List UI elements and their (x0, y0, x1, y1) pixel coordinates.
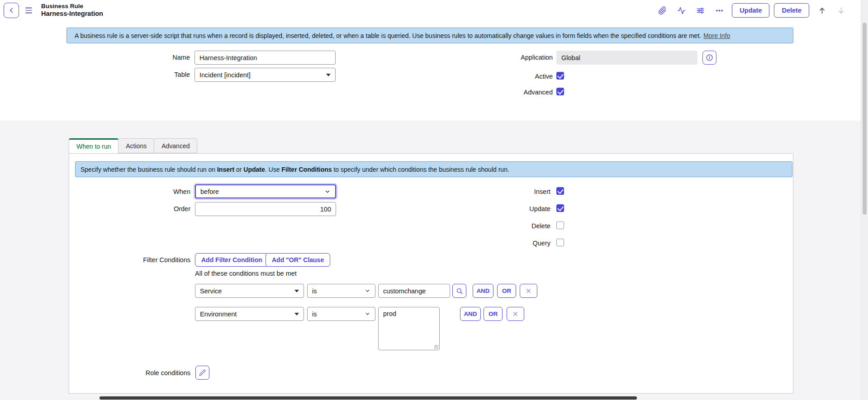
more-info-link[interactable]: More Info (703, 32, 730, 39)
chevron-down-icon (324, 188, 331, 195)
active-label: Active (476, 73, 553, 80)
condition-value-textarea[interactable]: prod (378, 307, 440, 350)
personalize-form-button[interactable] (694, 4, 707, 17)
condition-field-value: Environment (200, 311, 237, 318)
tab-advanced[interactable]: Advanced (154, 138, 197, 153)
update-button[interactable]: Update (732, 3, 769, 18)
condition-value-input[interactable]: customchange (378, 284, 450, 298)
application-label: Application (476, 54, 553, 61)
order-input[interactable]: 100 (195, 202, 336, 216)
application-info-button[interactable] (702, 51, 716, 65)
condition-lookup-button[interactable] (452, 284, 466, 298)
table-select[interactable]: Incident [incident] (194, 68, 336, 82)
when-select[interactable]: before (195, 184, 336, 198)
update-label: Update (408, 205, 550, 212)
pencil-icon (199, 369, 206, 376)
condition-operator-value: is (312, 287, 317, 295)
application-field: Global (556, 51, 697, 65)
more-options-button[interactable] (713, 4, 726, 17)
run-instruction-banner: Specify whether the business rule should… (75, 161, 792, 177)
condition-operator-value: is (312, 311, 317, 318)
condition-field-select[interactable]: Environment (195, 307, 304, 321)
sliders-icon (696, 6, 705, 15)
next-record-button[interactable] (835, 4, 847, 17)
record-titles: Business Rule Harness-Integration (41, 3, 103, 18)
horizontal-scrollbar-thumb[interactable] (100, 396, 637, 400)
chevron-down-icon (365, 311, 370, 317)
chevron-down-icon (365, 288, 370, 294)
query-checkbox[interactable] (556, 239, 564, 246)
query-label: Query (408, 240, 550, 247)
and-button[interactable]: AND (473, 284, 493, 298)
tab-actions[interactable]: Actions (118, 138, 154, 153)
application-value: Global (561, 54, 580, 61)
chevron-left-icon (7, 6, 15, 14)
and-button[interactable]: AND (460, 307, 481, 321)
info-banner: A business rule is a server-side script … (66, 28, 793, 43)
arrow-up-icon (818, 6, 826, 15)
activity-icon (677, 6, 686, 15)
close-icon (512, 311, 518, 317)
page-title: Business Rule (41, 3, 103, 10)
arrow-down-icon (837, 6, 845, 15)
name-label: Name (113, 54, 190, 61)
insert-checkbox[interactable] (556, 187, 564, 195)
info-icon (706, 54, 713, 61)
context-menu-icon[interactable] (25, 7, 32, 14)
condition-value-text: prod (383, 310, 396, 317)
vertical-scrollbar-thumb[interactable] (863, 23, 867, 215)
add-filter-condition-button[interactable]: Add Filter Condition (195, 253, 269, 267)
advanced-checkbox[interactable] (556, 88, 564, 95)
header-actions: Update Delete (656, 3, 847, 18)
tab-bar: When to run Actions Advanced (69, 138, 197, 153)
role-conditions-label: Role conditions (96, 369, 190, 376)
advanced-label: Advanced (476, 89, 553, 96)
delete-checkbox[interactable] (556, 221, 564, 229)
insert-label: Insert (408, 188, 550, 195)
order-value: 100 (320, 206, 331, 213)
condition-field-value: Service (200, 287, 222, 295)
paperclip-icon (658, 6, 667, 15)
update-checkbox[interactable] (556, 204, 564, 212)
search-icon (456, 287, 463, 295)
delete-label: Delete (408, 222, 550, 230)
run-banner-text: Specify whether the business rule should… (81, 166, 509, 173)
active-checkbox[interactable] (556, 72, 564, 80)
header-bar: Business Rule Harness-Integration Update… (0, 0, 861, 21)
info-banner-text: A business rule is a server-side script … (75, 32, 701, 39)
filter-conditions-label: Filter Conditions (96, 256, 190, 264)
when-label: When (96, 188, 190, 195)
order-label: Order (96, 205, 190, 212)
condition-field-select[interactable]: Service (195, 284, 304, 298)
ellipsis-icon (715, 6, 724, 15)
name-value: Harness-Integration (199, 54, 257, 61)
remove-condition-button[interactable] (507, 307, 524, 321)
delete-button[interactable]: Delete (774, 3, 809, 18)
condition-value-text: customchange (383, 287, 426, 295)
when-to-run-panel: Specify whether the business rule should… (69, 153, 793, 394)
back-button[interactable] (4, 3, 19, 18)
activity-stream-button[interactable] (675, 4, 688, 17)
condition-operator-select[interactable]: is (307, 284, 375, 298)
condition-operator-select[interactable]: is (307, 307, 375, 321)
close-icon (526, 288, 531, 294)
vertical-scrollbar (861, 0, 868, 400)
previous-record-button[interactable] (816, 4, 828, 17)
record-name: Harness-Integration (41, 10, 103, 18)
when-value: before (200, 188, 219, 195)
attachment-button[interactable] (656, 4, 669, 17)
edit-role-conditions-button[interactable] (195, 366, 209, 380)
tab-when-to-run[interactable]: When to run (69, 138, 119, 154)
condition-match-text: All of these conditions must be met (195, 270, 297, 277)
name-input[interactable]: Harness-Integration (194, 51, 336, 65)
or-button[interactable]: OR (497, 284, 516, 298)
table-label: Table (113, 71, 190, 78)
add-or-clause-button[interactable]: Add "OR" Clause (266, 253, 330, 267)
table-value: Incident [incident] (199, 71, 251, 79)
or-button[interactable]: OR (484, 307, 503, 321)
remove-condition-button[interactable] (520, 284, 537, 298)
